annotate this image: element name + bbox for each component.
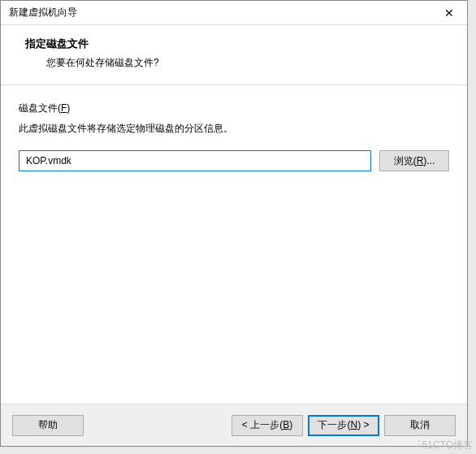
next-button[interactable]: 下一步(N) > — [308, 415, 379, 436]
wizard-header: 指定磁盘文件 您要在何处存储磁盘文件? — [1, 25, 467, 85]
wizard-heading: 指定磁盘文件 — [25, 37, 449, 51]
disk-file-input[interactable] — [19, 150, 371, 171]
file-path-row: 浏览(R)... — [19, 150, 449, 171]
wizard-body: 磁盘文件(F) 此虚拟磁盘文件将存储选定物理磁盘的分区信息。 浏览(R)... — [1, 85, 467, 404]
disk-file-description: 此虚拟磁盘文件将存储选定物理磁盘的分区信息。 — [19, 122, 449, 136]
close-icon: ✕ — [444, 7, 454, 19]
help-button[interactable]: 帮助 — [12, 415, 84, 436]
disk-file-group-label: 磁盘文件(F) — [19, 102, 449, 115]
wizard-dialog: 新建虚拟机向导 ✕ 指定磁盘文件 您要在何处存储磁盘文件? 磁盘文件(F) 此虚… — [0, 0, 468, 447]
back-button[interactable]: < 上一步(B) — [232, 415, 303, 436]
cancel-button[interactable]: 取消 — [384, 415, 456, 436]
wizard-subheading: 您要在何处存储磁盘文件? — [25, 56, 449, 70]
wizard-footer: 帮助 < 上一步(B) 下一步(N) > 取消 — [1, 404, 467, 446]
titlebar: 新建虚拟机向导 ✕ — [1, 1, 467, 25]
browse-button[interactable]: 浏览(R)... — [379, 150, 449, 171]
close-button[interactable]: ✕ — [431, 1, 467, 25]
window-title: 新建虚拟机向导 — [9, 6, 77, 19]
